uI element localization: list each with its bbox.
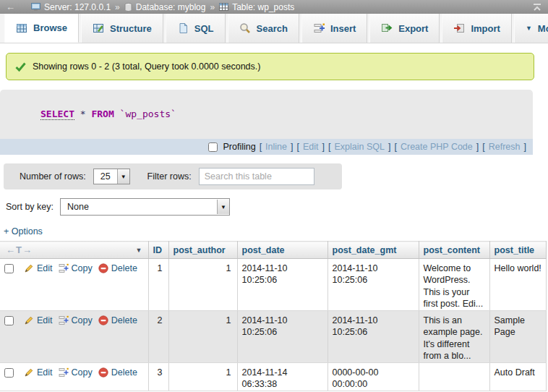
cell-post-date-gmt: 2014-11-10 10:25:06 — [327, 259, 419, 311]
column-header-id[interactable]: ID — [148, 242, 168, 259]
back-arrow-icon[interactable]: ← — [6, 1, 15, 12]
tab-more[interactable]: ▼ More — [514, 14, 548, 43]
breadcrumb-database[interactable]: Database: myblog — [124, 2, 206, 12]
filter-rows-input[interactable] — [199, 168, 314, 185]
pencil-icon[interactable] — [24, 315, 34, 325]
row-actions-cell: Edit Copy Delete — [0, 311, 148, 363]
row-actions-cell: Edit Copy Delete — [0, 363, 148, 391]
delete-icon[interactable] — [98, 367, 108, 378]
dropdown-arrow-icon[interactable]: ▼ — [217, 200, 229, 214]
filter-rows-label: Filter rows: — [147, 171, 192, 182]
table-row: Edit Copy Delete 2 1 2014-11-10 10:25:06… — [0, 311, 546, 363]
copy-icon[interactable] — [59, 315, 69, 325]
tab-browse[interactable]: Browse — [4, 14, 79, 43]
delete-row-link[interactable]: Delete — [98, 263, 137, 274]
refresh-link[interactable]: Refresh — [489, 142, 521, 152]
tab-export-label: Export — [398, 23, 428, 34]
sql-query: SELECT * FROM `wp_posts` — [0, 90, 533, 139]
server-icon — [31, 3, 40, 11]
tab-export[interactable]: Export — [369, 14, 440, 43]
profiling-checkbox[interactable] — [208, 142, 218, 152]
delete-row-link[interactable]: Delete — [98, 367, 137, 378]
copy-icon[interactable] — [59, 263, 69, 273]
copy-row-link[interactable]: Copy — [59, 263, 93, 274]
column-header-post-content[interactable]: post_content — [419, 242, 489, 259]
pencil-icon[interactable] — [24, 263, 34, 273]
sql-table-identifier: `wp_posts` — [120, 108, 176, 119]
dropdown-arrow-icon[interactable]: ▼ — [117, 169, 129, 184]
profiling-label[interactable]: Profiling — [223, 142, 255, 152]
tab-sql-label: SQL — [194, 23, 214, 34]
tab-sql[interactable]: SQL — [166, 14, 226, 43]
bracket: [ — [482, 142, 484, 152]
edit-row-link[interactable]: Edit — [24, 263, 53, 274]
delete-icon[interactable] — [98, 315, 108, 325]
column-header-post-title[interactable]: post_title — [489, 242, 546, 259]
database-icon — [124, 3, 132, 12]
success-message: Showing rows 0 - 2 (3 total, Query took … — [6, 53, 534, 80]
pencil-icon[interactable] — [24, 367, 34, 378]
delete-row-link[interactable]: Delete — [98, 315, 137, 326]
sort-by-key-value: None — [61, 202, 95, 212]
breadcrumb-table[interactable]: Table: wp_posts — [219, 2, 294, 12]
explain-sql-link[interactable]: Explain SQL — [334, 142, 384, 152]
edit-query-link[interactable]: Edit — [303, 142, 319, 152]
tab-more-label: More — [538, 23, 548, 34]
cell-post-author: 1 — [168, 311, 237, 363]
tab-search-label: Search — [257, 23, 288, 34]
options-toggle[interactable]: + Options — [4, 226, 548, 238]
tab-insert[interactable]: Insert — [301, 14, 367, 43]
copy-row-link[interactable]: Copy — [59, 367, 93, 378]
cell-post-date: 2014-11-14 06:33:38 — [237, 363, 327, 391]
column-header-post-date[interactable]: post_date — [237, 242, 327, 259]
sort-by-key-select[interactable]: None ▼ — [60, 198, 230, 216]
collapse-top-icon[interactable] — [532, 3, 542, 12]
rows-per-page-select[interactable]: 25 ▼ — [93, 169, 130, 184]
copy-label: Copy — [72, 315, 93, 326]
breadcrumb-separator: » — [210, 2, 215, 12]
results-controls: Number of rows: 25 ▼ Filter rows: — [4, 163, 342, 189]
breadcrumb-table-label: Table: wp_posts — [232, 2, 294, 12]
row-checkbox[interactable] — [4, 264, 14, 273]
bracket: [ — [328, 142, 330, 152]
row-checkbox[interactable] — [4, 368, 14, 378]
tab-import[interactable]: Import — [442, 14, 511, 43]
edit-row-link[interactable]: Edit — [24, 367, 53, 378]
column-header-post-date-gmt[interactable]: post_date_gmt — [327, 242, 419, 259]
create-php-code-link[interactable]: Create PHP Code — [401, 142, 473, 152]
bracket: [ — [394, 142, 396, 152]
cell-post-date: 2014-11-10 10:25:06 — [237, 311, 327, 363]
cell-post-date-gmt: 0000-00-00 00:00:00 — [327, 363, 419, 391]
cell-id: 1 — [148, 259, 168, 311]
query-box: SELECT * FROM `wp_posts` Profiling [Inli… — [0, 90, 533, 155]
bracket: ] — [388, 142, 390, 152]
cell-post-author: 1 — [168, 363, 237, 391]
cell-id: 2 — [148, 311, 168, 363]
tab-structure[interactable]: Structure — [81, 14, 163, 43]
tab-search[interactable]: Search — [228, 14, 299, 43]
tab-bar: Browse Structure SQL Search Insert Expor… — [0, 14, 548, 43]
inline-link[interactable]: Inline — [265, 142, 287, 152]
number-of-rows-label: Number of rows: — [20, 171, 86, 182]
tab-import-label: Import — [471, 23, 500, 34]
row-checkbox[interactable] — [4, 316, 14, 325]
copy-icon[interactable] — [59, 367, 69, 378]
delete-icon[interactable] — [98, 263, 108, 273]
column-header-post-author[interactable]: post_author — [168, 242, 237, 259]
query-toolbar: Profiling [Inline] [Edit] [Explain SQL] … — [0, 139, 533, 155]
cell-post-author: 1 — [168, 259, 237, 311]
tab-insert-label: Insert — [330, 23, 356, 34]
cell-post-content: This is an example page. It's different … — [419, 311, 489, 363]
copy-row-link[interactable]: Copy — [59, 315, 93, 326]
breadcrumb-server[interactable]: Server: 127.0.0.1 — [31, 2, 111, 12]
edit-row-link[interactable]: Edit — [24, 315, 53, 326]
cell-post-title: Hello world! — [489, 259, 546, 311]
bracket: ] — [291, 142, 293, 152]
sql-keyword-select[interactable]: SELECT — [40, 108, 74, 120]
transpose-icon[interactable]: ←T→ — [6, 244, 33, 255]
results-table: ←T→ ▼ ID post_author post_date post_date… — [0, 241, 547, 391]
sort-options-caret-icon[interactable]: ▼ — [136, 247, 142, 254]
table-header-row: ←T→ ▼ ID post_author post_date post_date… — [0, 242, 546, 259]
cell-id: 3 — [148, 363, 168, 391]
cell-post-title: Sample Page — [489, 311, 546, 363]
